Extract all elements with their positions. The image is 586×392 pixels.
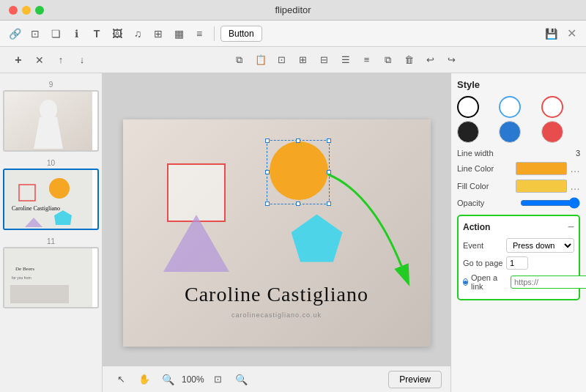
button-tool[interactable]: Button (220, 26, 262, 42)
zoom-out-icon[interactable]: 🔍 (158, 370, 177, 389)
action-section: Action − Event Press down Go to page (457, 215, 580, 300)
color-swatch-red[interactable] (541, 121, 563, 143)
svg-text:for you from: for you from (12, 275, 31, 280)
edit-toolbar: + ✕ ↑ ↓ ⧉ 📋 ⊡ ⊞ ⊟ ☰ ≡ ⧉ 🗑 ↩ ↪ (0, 47, 586, 73)
canvas[interactable]: Caroline Castigliano carolinecastigliano… (123, 119, 431, 347)
opacity-slider[interactable] (520, 197, 580, 209)
maximize-button[interactable] (35, 6, 44, 15)
align-right-icon[interactable]: ≡ (357, 51, 377, 70)
trash-icon[interactable]: 🗑 (400, 51, 419, 70)
align-left-icon[interactable]: ⊟ (315, 51, 334, 70)
zoom-level: 100% (182, 374, 204, 385)
window-controls (9, 6, 44, 15)
slide-number-9: 9 (3, 79, 99, 90)
grid-icon[interactable]: ▦ (170, 25, 188, 42)
shape-circle[interactable] (270, 141, 328, 200)
crop-icon[interactable]: ⊡ (26, 25, 44, 42)
canvas-area: Caroline Castigliano carolinecastigliano… (103, 73, 450, 392)
fit-icon[interactable]: ⊡ (209, 370, 228, 389)
preview-button[interactable]: Preview (388, 371, 442, 388)
line-width-label: Line width (457, 149, 555, 158)
canvas-bottom-bar: ↖ ✋ 🔍 100% ⊡ 🔍 Preview (103, 366, 450, 392)
add-icon[interactable]: + (9, 51, 28, 70)
link-icon[interactable]: 🔗 (6, 25, 23, 42)
copy-icon[interactable]: ⧉ (230, 51, 249, 70)
slide-number-11: 11 (3, 236, 99, 247)
goto-input[interactable] (506, 256, 528, 270)
link-row: Open a link (463, 273, 574, 291)
hand-tool[interactable]: ✋ (135, 370, 154, 389)
link-radio-inner (464, 281, 467, 284)
event-row: Event Press down (463, 238, 574, 253)
style-section-title: Style (457, 79, 580, 90)
svg-text:Caroline Castigliano: Caroline Castigliano (12, 205, 60, 212)
clone-icon[interactable]: ⊞ (294, 51, 313, 70)
align-center-icon[interactable]: ☰ (336, 51, 355, 70)
slide-10[interactable]: 10 Caroline Castigliano (3, 158, 99, 230)
save-icon[interactable]: 💾 (542, 25, 560, 42)
link-input[interactable] (511, 275, 586, 289)
fill-color-row: Fill Color … (457, 180, 580, 193)
goto-row: Go to page (463, 256, 574, 270)
zoom-in-icon[interactable]: 🔍 (232, 370, 251, 389)
music-icon[interactable]: ♫ (129, 25, 146, 42)
line-width-row: Line width 3 (457, 149, 580, 158)
fill-color-dots[interactable]: … (570, 180, 580, 192)
close-button[interactable] (9, 6, 18, 15)
move-down-icon[interactable]: ↓ (73, 51, 92, 70)
text-icon[interactable]: T (88, 25, 105, 42)
line-color-dots[interactable]: … (570, 163, 580, 174)
sub-text: carolinecastigliano.co.uk (123, 311, 431, 319)
svg-rect-3 (4, 170, 92, 229)
svg-point-5 (49, 178, 70, 199)
svg-rect-13 (10, 285, 69, 303)
slide-10-thumbnail: Caroline Castigliano (4, 170, 92, 229)
goto-label: Go to page (463, 259, 503, 267)
color-swatch-blue-outline[interactable] (499, 96, 521, 118)
link-label: Open a link (471, 273, 508, 291)
table-icon[interactable]: ⊞ (149, 25, 167, 42)
paste-icon[interactable]: 📋 (251, 51, 270, 70)
list-icon[interactable]: ≡ (190, 25, 208, 42)
undo-icon[interactable]: ↩ (421, 51, 440, 70)
main-text: Caroline Castigliano (123, 283, 431, 306)
layer-order-icon[interactable]: ⧉ (379, 51, 398, 70)
slide-9[interactable]: 9 (3, 79, 99, 152)
line-color-label: Line Color (457, 164, 513, 173)
right-panel: Style Line width 3 Line Color … Fill Col… (450, 73, 586, 392)
main-toolbar: 🔗 ⊡ ❏ ℹ T 🖼 ♫ ⊞ ▦ ≡ Button 💾 ✕ (0, 21, 586, 47)
shape-square[interactable] (167, 163, 226, 222)
color-swatch-black[interactable] (457, 121, 479, 143)
fill-color-bar[interactable] (516, 180, 567, 193)
cursor-tool[interactable]: ↖ (111, 370, 130, 389)
canvas-controls-left: ↖ ✋ 🔍 100% ⊡ 🔍 (111, 370, 251, 389)
redo-icon[interactable]: ↪ (442, 51, 461, 70)
slide-panel: 9 (0, 73, 103, 392)
layers-icon[interactable]: ❏ (47, 25, 64, 42)
minimize-button[interactable] (22, 6, 31, 15)
event-select[interactable]: Press down (506, 238, 574, 253)
move-up-icon[interactable]: ↑ (51, 51, 70, 70)
fill-color-label: Fill Color (457, 182, 513, 191)
titlebar: flipeditor (0, 0, 586, 21)
toolbar-close-icon[interactable]: ✕ (563, 25, 580, 42)
action-header: Action − (463, 221, 574, 234)
event-label: Event (463, 241, 503, 250)
color-swatch-white-outline[interactable] (457, 96, 479, 118)
color-swatch-red-outline[interactable] (541, 96, 563, 118)
image-icon[interactable]: 🖼 (108, 25, 126, 42)
color-swatch-blue[interactable] (499, 121, 521, 143)
link-radio[interactable] (463, 278, 468, 286)
opacity-label: Opacity (457, 199, 517, 207)
slide-number-10: 10 (3, 158, 99, 169)
transform-icon[interactable]: ⊡ (272, 51, 292, 70)
info-icon[interactable]: ℹ (67, 25, 85, 42)
slide-11[interactable]: 11 De Beers for you from (3, 236, 99, 308)
line-color-bar[interactable] (516, 162, 567, 175)
delete-slide-icon[interactable]: ✕ (30, 51, 49, 70)
line-color-row: Line Color … (457, 162, 580, 175)
shape-triangle[interactable] (163, 215, 229, 272)
action-collapse[interactable]: − (568, 221, 574, 234)
color-grid (457, 96, 580, 143)
svg-text:De Beers: De Beers (15, 266, 34, 272)
